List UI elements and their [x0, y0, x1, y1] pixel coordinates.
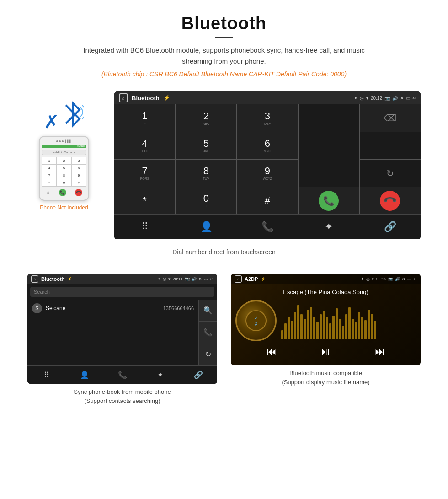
call-log-icon-button[interactable]: 📞: [237, 215, 298, 239]
title-divider: [215, 37, 233, 38]
dial-key-0[interactable]: 0+: [176, 187, 236, 214]
pb-link-icon[interactable]: 🔗: [179, 366, 217, 384]
pb-back-icon[interactable]: ↩: [210, 277, 213, 281]
phone-key-6[interactable]: 6: [72, 165, 86, 172]
pb-wifi-icon: ▾: [168, 277, 171, 281]
reload-side-icon[interactable]: ↻: [199, 343, 217, 365]
song-title: Escape (The Pina Colada Song): [283, 289, 368, 295]
phone-key-2[interactable]: 2: [57, 157, 71, 164]
pb-keypad-icon[interactable]: ⠿: [27, 366, 65, 384]
music-usb-icon: ⚡: [261, 277, 266, 281]
phone-key-star[interactable]: *: [42, 179, 56, 186]
album-art: ♪ ✗: [235, 300, 277, 341]
viz-bar: [342, 326, 344, 339]
wifi-icon: ▾: [366, 96, 368, 101]
back-icon[interactable]: ↩: [412, 96, 416, 101]
link-icon-button[interactable]: 🔗: [359, 215, 421, 239]
phone-key-3[interactable]: 3: [72, 157, 86, 164]
viz-bar: [310, 307, 312, 339]
phone-key-9[interactable]: 9: [72, 172, 86, 179]
prev-track-button[interactable]: ⏮: [267, 346, 277, 358]
viz-bar: [313, 317, 315, 339]
phone-call-green-icon[interactable]: 📞: [59, 189, 66, 196]
call-end-button[interactable]: 📞: [360, 187, 421, 214]
contact-row[interactable]: S Seicane 13566664466: [27, 300, 198, 317]
music-caption: Bluetooth music compatible(Support displ…: [231, 369, 421, 386]
usb-icon: ⚡: [163, 95, 170, 101]
viz-bar: [329, 323, 331, 339]
phonebook-wrapper: ⌂ Bluetooth ⚡ ✦ ◎ ▾ 20:11 📷 🔊 ✕ ▭ ↩: [27, 274, 217, 405]
pb-contacts-icon[interactable]: 👤: [65, 366, 103, 384]
call-green-icon: 📞: [319, 191, 339, 211]
home-button[interactable]: ⌂: [119, 93, 128, 102]
pb-time: 20:11: [172, 277, 183, 281]
phone-key-hash[interactable]: #: [72, 179, 86, 186]
dial-key-7[interactable]: 7PQRS: [114, 160, 175, 187]
dial-key-4[interactable]: 4GHI: [114, 132, 175, 159]
music-back-icon[interactable]: ↩: [413, 277, 417, 281]
phone-key-0[interactable]: 0: [57, 179, 71, 186]
pb-bt-bottom-icon[interactable]: ✦: [141, 366, 179, 384]
dial-screen-title: Bluetooth: [132, 95, 160, 102]
music-caption-text: Bluetooth music compatible(Support displ…: [282, 370, 369, 386]
viz-bar: [371, 314, 373, 339]
phonebook-side-icons: 🔍 📞 ↻: [198, 300, 217, 365]
call-answer-button[interactable]: 📞: [299, 187, 359, 214]
phone-mockup: ▌▌▌ MORE + Add to Contacts 1 2 3 4 5 6 7…: [39, 136, 89, 201]
viz-bar: [368, 310, 370, 339]
pb-vol-icon: 🔊: [192, 277, 197, 281]
viz-bar: [355, 322, 357, 339]
dial-caption: Dial number direct from touchscreen: [0, 248, 448, 265]
pb-close-icon: ✕: [198, 277, 202, 281]
search-side-icon[interactable]: 🔍: [199, 300, 217, 322]
phone-key-5[interactable]: 5: [57, 165, 71, 172]
phone-side: ✗ ▌▌▌ MORE + Add to Contacts 1: [27, 91, 101, 211]
dial-key-2[interactable]: 2ABC: [176, 104, 236, 132]
viz-bar: [361, 317, 363, 339]
viz-bar: [374, 321, 376, 339]
music-controls: ⏮ ⏯ ⏭: [235, 341, 416, 360]
next-track-button[interactable]: ⏭: [375, 346, 385, 358]
phone-dot: [62, 140, 64, 142]
viz-bar: [294, 312, 296, 339]
title-section: Bluetooth Integrated with BC6 Bluetooth …: [0, 0, 448, 82]
viz-bar: [320, 314, 322, 339]
music-main-area: ♪ ✗: [235, 300, 416, 341]
dial-key-star[interactable]: *: [114, 187, 175, 214]
phone-key-8[interactable]: 8: [57, 172, 71, 179]
dial-key-hash[interactable]: #: [237, 187, 298, 214]
music-loc-icon: ◎: [366, 277, 370, 281]
viz-bar: [316, 322, 319, 339]
call-side-icon[interactable]: 📞: [199, 322, 217, 343]
phone-key-4[interactable]: 4: [42, 165, 56, 172]
dial-key-8[interactable]: 8TUV: [176, 160, 236, 187]
phone-key-1[interactable]: 1: [42, 157, 56, 164]
music-note-svg: ♪ ✗: [245, 309, 267, 332]
viz-bar: [281, 330, 283, 339]
phone-key-7[interactable]: 7: [42, 172, 56, 179]
play-pause-button[interactable]: ⏯: [320, 346, 331, 358]
keypad-icon-button[interactable]: ⠿: [114, 215, 176, 239]
phone-dot: [56, 140, 58, 142]
phonebook-caption-text: Sync phone-book from mobile phone(Suppor…: [74, 388, 171, 404]
dial-key-5[interactable]: 5JKL: [176, 132, 236, 159]
dial-key-9[interactable]: 9WXYZ: [237, 160, 298, 187]
music-close-icon: ✕: [402, 277, 405, 281]
bluetooth-icon-container: ✗: [44, 101, 84, 132]
dial-key-1[interactable]: 1↩: [114, 104, 175, 132]
phone-bottom-row: ☺ 📞 📞: [42, 188, 86, 197]
specs-line: (Bluetooth chip : CSR BC6 Default Blueto…: [9, 70, 439, 78]
dial-key-3[interactable]: 3DEF: [237, 104, 298, 132]
contacts-icon-button[interactable]: 👤: [176, 215, 237, 239]
phonebook-search[interactable]: Search: [30, 287, 214, 297]
phonebook-bottom-bar: ⠿ 👤 📞 ✦ 🔗: [27, 365, 217, 384]
dial-backspace-button[interactable]: ⌫: [360, 104, 421, 132]
phone-call-red-icon[interactable]: 📞: [73, 188, 84, 198]
viz-bar: [336, 308, 338, 339]
pb-call-icon[interactable]: 📞: [103, 366, 141, 384]
music-home-button[interactable]: ⌂: [235, 275, 242, 283]
dial-key-6[interactable]: 6MNO: [237, 132, 298, 159]
viz-bar: [326, 317, 328, 339]
pb-home-button[interactable]: ⌂: [31, 275, 38, 283]
bluetooth-icon-button[interactable]: ✦: [298, 215, 359, 239]
